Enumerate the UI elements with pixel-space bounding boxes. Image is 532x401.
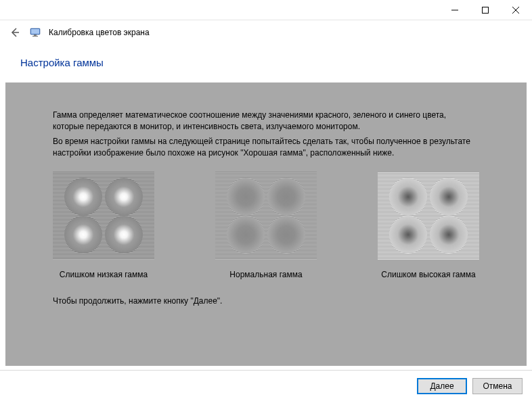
gamma-high-label: Слишком высокая гамма xyxy=(381,269,475,281)
close-button[interactable] xyxy=(500,1,531,20)
cancel-button[interactable]: Отмена xyxy=(472,378,523,394)
gamma-sample-normal: Нормальная гамма xyxy=(215,172,317,281)
svg-rect-6 xyxy=(31,29,39,34)
next-button-label: Далее xyxy=(430,381,453,391)
content-panel: Гамма определяет математическое соотноше… xyxy=(5,82,527,366)
gamma-low-image xyxy=(53,172,154,260)
description-paragraph-1: Гамма определяет математическое соотноше… xyxy=(53,110,479,133)
svg-point-14 xyxy=(64,216,102,254)
gamma-sample-low: Слишком низкая гамма xyxy=(53,172,154,281)
svg-rect-7 xyxy=(34,34,37,36)
window-titlebar xyxy=(0,0,532,20)
maximize-button[interactable] xyxy=(470,1,500,20)
gamma-low-label: Слишком низкая гамма xyxy=(60,269,148,281)
svg-point-20 xyxy=(267,178,305,216)
description-paragraph-2: Во время настройки гаммы на следующей ст… xyxy=(53,136,479,160)
svg-point-13 xyxy=(105,178,143,216)
wizard-header: Калибровка цветов экрана xyxy=(0,20,532,45)
svg-rect-11 xyxy=(53,172,154,260)
svg-point-27 xyxy=(430,178,468,216)
gamma-normal-image xyxy=(215,172,317,260)
monitor-icon xyxy=(30,27,41,38)
app-title: Калибровка цветов экрана xyxy=(49,28,150,37)
svg-point-21 xyxy=(227,216,265,254)
continue-hint: Чтобы продолжить, нажмите кнопку "Далее"… xyxy=(53,296,479,307)
svg-rect-1 xyxy=(482,7,488,13)
back-button[interactable] xyxy=(8,26,22,39)
wizard-footer: Далее Отмена xyxy=(0,370,532,401)
svg-point-15 xyxy=(105,216,143,254)
svg-point-26 xyxy=(389,178,427,216)
svg-rect-8 xyxy=(32,36,38,37)
svg-point-12 xyxy=(64,178,102,216)
page-title: Настройка гаммы xyxy=(0,45,532,80)
next-button[interactable]: Далее xyxy=(417,378,467,394)
svg-point-28 xyxy=(389,216,427,254)
gamma-samples-row: Слишком низкая гамма xyxy=(53,172,479,281)
gamma-normal-label: Нормальная гамма xyxy=(229,269,302,281)
svg-rect-18 xyxy=(215,172,317,260)
svg-point-29 xyxy=(430,216,468,254)
svg-point-19 xyxy=(227,178,265,216)
cancel-button-label: Отмена xyxy=(483,381,512,391)
gamma-high-image xyxy=(378,172,479,260)
gamma-sample-high: Слишком высокая гамма xyxy=(378,172,479,281)
minimize-button[interactable] xyxy=(439,1,470,20)
svg-rect-25 xyxy=(378,172,479,260)
svg-point-22 xyxy=(267,216,305,254)
